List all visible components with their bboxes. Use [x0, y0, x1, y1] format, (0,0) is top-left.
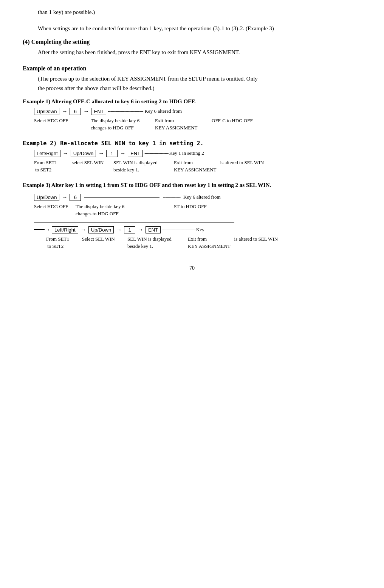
top-text: than 1 key) are possible.) [38, 8, 361, 17]
example2-label-col3: Exit fromKEY ASSIGNMENT [174, 159, 217, 174]
example3-top-row: Up/Down → 6 -------------- Key 6 altered… [34, 194, 234, 201]
example3-top-left: Up/Down → 6 -------------- Key 6 altered… [34, 191, 234, 222]
completing-text: After the setting has been finished, pre… [38, 48, 361, 57]
example2-btn1: Left/Right [34, 150, 60, 157]
example3-bottom-btn1: Left/Right [52, 226, 78, 233]
para1: When settings are to be conducted for mo… [38, 24, 361, 33]
example2-label-col2: SEL WIN is displayedbeside key 1. [113, 159, 174, 174]
example2-label-col1: select SEL WIN [72, 159, 113, 174]
example-of-operation-heading: Example of an operation [23, 65, 361, 72]
example1-label-col3: Exit fromKEY ASSIGNMENT [155, 117, 200, 132]
example2-heading: Example 2) Re-allocate SEL WIN to key 1 … [23, 140, 361, 147]
example3-bottom-arrow2: → [116, 227, 122, 233]
top-text-span: than 1 key) are possible.) [38, 9, 95, 15]
example2-arrow1: → [63, 150, 68, 157]
example2-arrow2: → [98, 150, 104, 157]
example-op-desc1: (The process up to the selection of KEY … [38, 76, 258, 82]
example3-top-label-col2: The display beside key 6changes to HDG O… [76, 203, 151, 218]
example3-bottom-ent: ENT [146, 226, 161, 233]
example3-bottom-arrow-container: → [34, 227, 50, 233]
example3-bottom-box1: 1 [124, 226, 135, 233]
example3-bottom-labels: From SET1 to SET2 Select SEL WIN SEL WIN… [46, 235, 361, 250]
example1-dashes: ---------------------------- [108, 108, 143, 114]
example1-label-col2: The display beside key 6changes to HDG O… [91, 117, 155, 132]
example3-bottom-dashes: --------------------------- [161, 227, 195, 233]
example3-top: Up/Down → 6 -------------- Key 6 altered… [34, 191, 361, 250]
example3-horiz-line [84, 197, 159, 198]
example3-bottom-section: → Left/Right → Up/Down → 1 → ENT -------… [34, 226, 361, 233]
example1-label: Key 6 altered from [145, 108, 182, 114]
example1-heading-text: Example 1) Altering OFF-C allocated to k… [23, 98, 196, 104]
page-content: than 1 key) are possible.) When settings… [23, 8, 361, 271]
example2-diagram: Left/Right → Up/Down → 1 → ENT ---------… [34, 150, 361, 174]
example3-top-layout: Up/Down → 6 -------------- Key 6 altered… [34, 191, 361, 222]
example2-row1: Left/Right → Up/Down → 1 → ENT ---------… [34, 150, 361, 157]
example3-bottom-label-col3: Exit fromKEY ASSIGNMENT [188, 235, 231, 250]
example3-top-label: Key 6 altered from [183, 194, 221, 200]
example-op-heading-text: Example of an operation [23, 65, 86, 72]
example2-ent: ENT [128, 150, 143, 157]
example3-top-dashes: -------------- [163, 194, 180, 200]
example1-ent: ENT [91, 108, 106, 115]
example3-top-labels: Select HDG OFF The display beside key 6c… [34, 203, 234, 218]
example3-top-label-col3: ST to HDG OFF [174, 203, 234, 218]
example-op-desc2: the process after the above chart will b… [38, 85, 155, 91]
completing-heading-text: (4) Completing the setting [23, 39, 90, 45]
example3-bottom-arrow3: → [138, 227, 143, 233]
example3-top-box1: 6 [70, 194, 81, 201]
example3-arrow-line [34, 229, 45, 230]
example2-labels: From SET1 to SET2 select SEL WIN SEL WIN… [34, 159, 361, 174]
example3-box-bottom [34, 222, 234, 222]
page-footer: 70 [23, 265, 361, 271]
page-number: 70 [189, 265, 195, 271]
example1-heading: Example 1) Altering OFF-C allocated to k… [23, 98, 361, 105]
example3-top-btn1: Up/Down [34, 194, 59, 201]
example2-dashes: ------------------- [144, 150, 168, 156]
example3-bottom-label-col2: SEL WIN is displayedbeside key 1. [127, 235, 188, 250]
example3-bottom-label-col1: Select SEL WIN [82, 235, 127, 250]
example1-label-col4: OFF-C to HDG OFF [212, 117, 272, 132]
para1-span: When settings are to be conducted for mo… [38, 25, 274, 31]
example3-bottom-arrow-prefix: → [45, 227, 50, 233]
example3-bottom-btn2: Up/Down [88, 226, 114, 233]
completing-text-span: After the setting has been finished, pre… [38, 49, 240, 55]
example2-heading-text: Example 2) Re-allocate SEL WIN to key 1 … [23, 140, 204, 147]
example1-labels: Select HDG OFF The display beside key 6c… [34, 117, 361, 132]
example3-bottom-label-col0: From SET1 to SET2 [46, 235, 76, 250]
example3-horiz-line-container [84, 197, 159, 198]
example3-heading-text: Example 3) Alter key 1 in setting 1 from… [23, 182, 271, 188]
example2-label: Key 1 in setting 2 [169, 150, 204, 156]
example3-bottom-label-col4: is altered to SEL WIN [234, 235, 295, 250]
example1-row1: Up/Down → 6 → ENT ----------------------… [34, 108, 361, 115]
example2-label-col0: From SET1 to SET2 [34, 159, 64, 174]
example2-box1: 1 [106, 150, 118, 157]
example2-arrow3: → [120, 150, 125, 157]
example1-arrow2: → [83, 108, 89, 115]
example3-bottom-label: Key [196, 227, 204, 233]
example3-top-label-col1: Select HDG OFF [34, 203, 72, 218]
example3-bottom-arrow1: → [81, 227, 86, 233]
example-op-desc: (The process up to the selection of KEY … [38, 74, 361, 84]
example1-arrow1: → [62, 108, 67, 115]
example1-diagram: Up/Down → 6 → ENT ----------------------… [34, 108, 361, 132]
example3-top-arrow1: → [62, 194, 67, 201]
completing-heading: (4) Completing the setting [23, 39, 361, 45]
example1-box1: 6 [70, 108, 81, 115]
example1-label-col1: Select HDG OFF [34, 117, 72, 132]
example2-label-col4: is altered to SEL WIN [220, 159, 281, 174]
example2-btn2: Up/Down [71, 150, 96, 157]
example1-btn1: Up/Down [34, 108, 59, 115]
example3-heading: Example 3) Alter key 1 in setting 1 from… [23, 182, 361, 188]
example-op-desc2-para: the process after the above chart will b… [38, 84, 361, 93]
